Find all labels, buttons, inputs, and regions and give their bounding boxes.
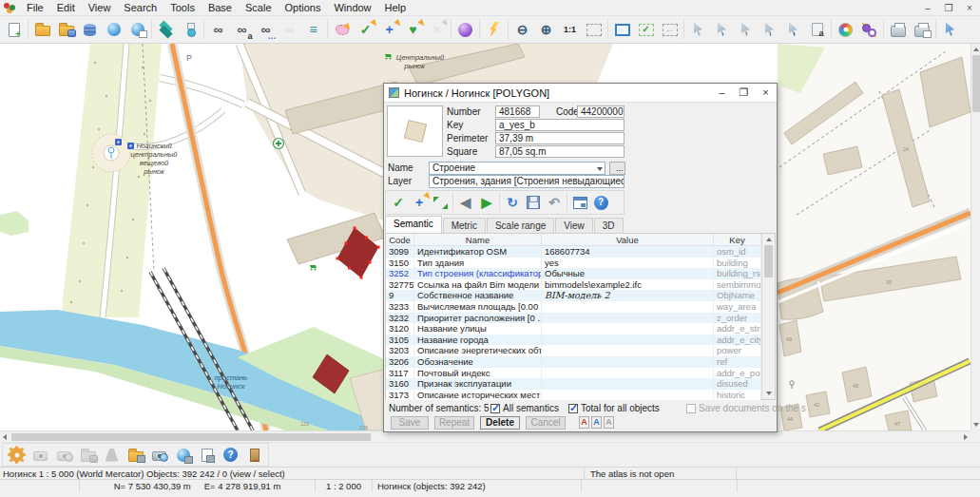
- tab-metric[interactable]: Metric: [443, 218, 486, 233]
- dialog-close-button[interactable]: ×: [755, 84, 777, 102]
- cell-name[interactable]: Собственное название: [414, 290, 542, 301]
- cell-code[interactable]: 3206: [386, 356, 414, 368]
- context-help-button[interactable]: ?: [938, 17, 962, 42]
- cell-code[interactable]: 3105: [386, 335, 414, 346]
- cell-name[interactable]: Название улицы: [414, 323, 542, 335]
- cell-name[interactable]: Почтовый индекс: [414, 368, 542, 379]
- cell-name[interactable]: Описание исторических мест: [414, 390, 542, 401]
- dialog-maximize-button[interactable]: ❐: [733, 84, 755, 102]
- minimize-button[interactable]: –: [917, 1, 938, 15]
- cell-code[interactable]: 3150: [386, 258, 414, 269]
- table-scrollbar[interactable]: [761, 234, 775, 399]
- open-report-button[interactable]: [125, 17, 149, 42]
- semantic-row-3160[interactable]: 3160Признак эксплуатацииdisused: [386, 378, 761, 390]
- cell-value[interactable]: bimmodels\example2.ifc: [542, 279, 714, 291]
- cell-value[interactable]: [542, 356, 714, 368]
- add-semantic-button[interactable]: +: [409, 192, 430, 213]
- cell-name[interactable]: Ссылка на файл Bim модели: [414, 279, 542, 291]
- cell-value[interactable]: [542, 345, 714, 356]
- tab-3d[interactable]: 3D: [594, 218, 624, 233]
- menu-item-window[interactable]: Window: [327, 1, 377, 14]
- previous-object-button[interactable]: ◀: [455, 192, 476, 213]
- search-button[interactable]: ∞: [206, 17, 230, 42]
- cell-value[interactable]: BIM-модель 2: [542, 290, 714, 301]
- cell-key[interactable]: z_order: [714, 313, 761, 324]
- cell-key[interactable]: addr_e_street: [714, 323, 761, 335]
- select-object-legend-button[interactable]: [734, 17, 758, 42]
- number-field[interactable]: 481668: [495, 105, 540, 118]
- semantic-row-3120[interactable]: 3120Название улицыaddr_e_street: [386, 323, 761, 335]
- cell-key[interactable]: osm_id: [714, 246, 761, 258]
- cell-key[interactable]: building: [714, 258, 761, 269]
- cell-code[interactable]: 3173: [386, 390, 414, 401]
- column-code[interactable]: Code: [386, 234, 414, 245]
- search-by-name-button[interactable]: ∞a: [230, 17, 254, 42]
- select-object-button[interactable]: [686, 17, 710, 42]
- cell-code[interactable]: 3160: [386, 378, 414, 390]
- menu-item-tools[interactable]: Tools: [163, 1, 202, 14]
- semantic-row-9[interactable]: 9Собственное названиеBIM-модель 2ObjName: [386, 290, 761, 301]
- semantic-row-3233[interactable]: 3233Вычисляемая площадь [0.00 ... 0.00]w…: [386, 301, 761, 313]
- key-field[interactable]: a_yes_b: [495, 119, 625, 131]
- select-saved-button[interactable]: ♥: [401, 17, 425, 42]
- code-field[interactable]: 44200000: [577, 105, 625, 118]
- exit-button[interactable]: ←: [242, 443, 266, 468]
- undo-button[interactable]: ↶: [544, 192, 565, 213]
- chevron-down-icon[interactable]: [597, 167, 603, 171]
- print-report-button[interactable]: [910, 17, 933, 42]
- pan-view-button[interactable]: [610, 17, 634, 42]
- object-list-button[interactable]: ≡: [301, 17, 325, 42]
- font-blue-button[interactable]: A: [591, 416, 602, 429]
- cell-code[interactable]: 32775: [386, 279, 414, 291]
- cell-value[interactable]: [542, 313, 714, 324]
- cell-code[interactable]: 3117: [386, 368, 414, 379]
- delete-button[interactable]: Delete: [480, 416, 520, 430]
- font-red-button[interactable]: A: [579, 416, 589, 429]
- previous-view-button[interactable]: ←: [658, 17, 682, 42]
- fit-object-button[interactable]: [430, 192, 451, 213]
- square-field[interactable]: 87,05 sq.m: [495, 145, 625, 158]
- menu-item-edit[interactable]: Edit: [50, 1, 82, 14]
- menu-item-help[interactable]: Help: [378, 1, 413, 14]
- name-combobox[interactable]: Строение: [429, 162, 605, 175]
- cell-key[interactable]: power: [714, 345, 761, 356]
- cell-code[interactable]: 3120: [386, 323, 414, 335]
- cell-code[interactable]: 3203: [386, 345, 414, 356]
- cell-code[interactable]: 3252: [386, 268, 414, 279]
- next-object-button[interactable]: ▶: [476, 192, 497, 213]
- map-legend-button[interactable]: [178, 17, 202, 42]
- cell-key[interactable]: disused: [714, 378, 761, 390]
- open-dbm-button[interactable]: [78, 17, 102, 42]
- cell-value[interactable]: [542, 368, 714, 379]
- video-globe-button[interactable]: [147, 443, 171, 468]
- cell-key[interactable]: historic: [714, 390, 761, 401]
- menu-item-options[interactable]: Options: [279, 1, 328, 14]
- bottom-help-button[interactable]: ?: [219, 443, 242, 468]
- photo-report-button[interactable]: [195, 443, 219, 468]
- select-by-area-button[interactable]: [330, 17, 354, 42]
- cell-value[interactable]: [542, 390, 714, 401]
- semantic-row-3206[interactable]: 3206Обозначениеref: [386, 356, 761, 368]
- total-for-all-checkbox[interactable]: Total for all objects: [568, 403, 660, 413]
- all-semantics-checkbox[interactable]: All semantics: [490, 403, 559, 413]
- checkbox-checked-icon[interactable]: [568, 404, 578, 413]
- semantic-row-32775[interactable]: 32775Ссылка на файл Bim моделиbimmodels\…: [386, 279, 761, 291]
- scale-indicator[interactable]: 1 : 2 000: [316, 480, 373, 492]
- cell-name[interactable]: Тип строения (классификатор): [414, 268, 542, 279]
- semantic-row-3232[interactable]: 3232Приоритет расположения [0 ... 0]z_or…: [386, 313, 761, 324]
- gps-monitor-button[interactable]: [857, 17, 881, 42]
- scroll-left-icon[interactable]: [3, 434, 7, 440]
- print-button[interactable]: [886, 17, 910, 42]
- font-gray-button[interactable]: A: [604, 416, 614, 429]
- cell-key[interactable]: ObjName: [714, 290, 761, 301]
- cell-key[interactable]: sembimmodel: [714, 279, 761, 291]
- semantic-row-3203[interactable]: 3203Описание энергетических объектовpowe…: [386, 345, 761, 356]
- cell-value[interactable]: [542, 335, 714, 346]
- column-name[interactable]: Name: [414, 234, 542, 245]
- semantic-row-3117[interactable]: 3117Почтовый индексaddr_e_postcode: [386, 368, 761, 379]
- semantic-row-3105[interactable]: 3105Название городаaddr_e_city: [386, 335, 761, 346]
- name-more-button[interactable]: ...: [609, 162, 625, 175]
- quick-draw-button[interactable]: [482, 17, 506, 42]
- tab-semantic[interactable]: Semantic: [385, 216, 442, 233]
- search-advanced-button[interactable]: ∞…: [254, 17, 278, 42]
